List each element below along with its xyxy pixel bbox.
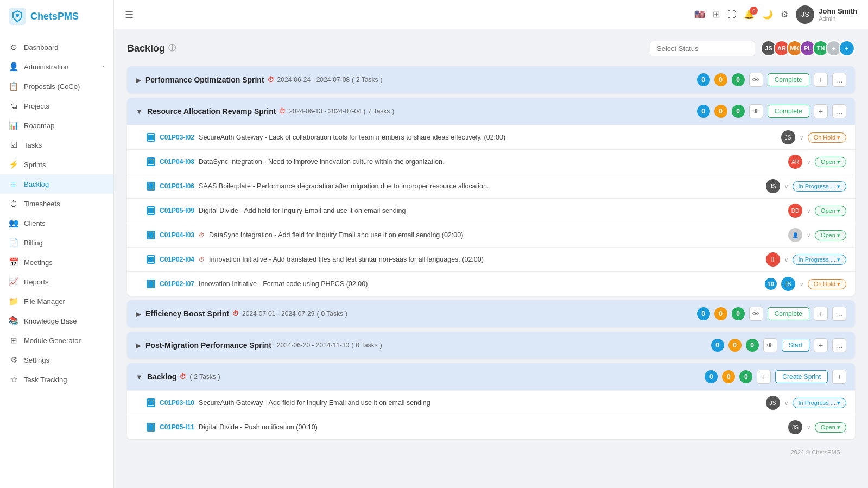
assignee-dropdown[interactable]: ∨ <box>807 424 810 430</box>
assignee-dropdown[interactable]: ∨ <box>784 257 788 263</box>
more-options-button-1[interactable]: … <box>832 73 846 87</box>
status-badge[interactable]: On Hold ▾ <box>808 132 846 143</box>
task-id[interactable]: C01P03-I02 <box>160 134 194 141</box>
status-badge[interactable]: In Progress ... ▾ <box>793 181 846 192</box>
task-checkbox[interactable] <box>147 231 155 239</box>
sprint-header-2[interactable]: ▼ Resource Allocation Revamp Sprint ⏱ 20… <box>127 98 855 125</box>
status-badge[interactable]: On Hold ▾ <box>808 279 846 289</box>
more-options-button-2[interactable]: … <box>832 104 846 118</box>
theme-icon[interactable]: 🌙 <box>762 9 773 20</box>
task-id[interactable]: C01P05-I11 <box>160 423 194 431</box>
add-task-button-2[interactable]: + <box>814 104 828 118</box>
sprint-chevron-1[interactable]: ▶ <box>136 76 141 84</box>
select-status-input[interactable] <box>650 41 755 56</box>
flag-icon[interactable]: 🇺🇸 <box>694 9 705 20</box>
task-id[interactable]: C01P04-I08 <box>160 158 194 166</box>
add-item-button-bs[interactable]: + <box>757 370 771 384</box>
status-badge[interactable]: In Progress ... ▾ <box>793 255 846 265</box>
task-avatar: AR <box>788 155 802 169</box>
sidebar-item-sprints[interactable]: ⚡ Sprints <box>0 155 113 174</box>
task-checkbox[interactable] <box>147 182 155 191</box>
sidebar-item-settings[interactable]: ⚙ Settings <box>0 350 113 370</box>
sidebar-item-tasks[interactable]: ☑ Tasks <box>0 135 113 155</box>
task-checkbox[interactable] <box>147 423 155 432</box>
user-info: JS John Smith Admin <box>796 5 857 24</box>
task-right: JS ∨ On Hold ▾ <box>781 130 846 144</box>
settings-icon[interactable]: ⚙ <box>781 9 788 20</box>
status-badge[interactable]: Open ▾ <box>815 422 846 433</box>
sprint-block-1: ▶ Performance Optimization Sprint ⏱ 2024… <box>127 66 855 93</box>
assignee-dropdown[interactable]: ∨ <box>800 281 803 287</box>
backlog-section-header[interactable]: ▼ Backlog ⏱ (2 Tasks) 0 0 0 + Create Spr… <box>127 363 855 390</box>
more-options-button-3[interactable]: … <box>832 307 846 321</box>
add-task-button-1[interactable]: + <box>814 73 828 87</box>
sidebar-item-file-manager[interactable]: 📁 File Manager <box>0 291 113 311</box>
assignee-dropdown[interactable]: ∨ <box>807 232 810 238</box>
sprint-header-1[interactable]: ▶ Performance Optimization Sprint ⏱ 2024… <box>127 66 855 93</box>
task-right: 10 JB ∨ On Hold ▾ <box>765 277 846 291</box>
backlog-section-name: Backlog ⏱ (2 Tasks) <box>147 372 705 381</box>
grid-icon[interactable]: ⊞ <box>713 9 720 20</box>
task-checkbox[interactable] <box>147 133 155 142</box>
task-id[interactable]: C01P01-I06 <box>160 182 194 190</box>
task-checkbox[interactable] <box>147 280 155 288</box>
task-id[interactable]: C01P02-I04 <box>160 256 194 263</box>
sprint-chevron-2[interactable]: ▼ <box>136 107 143 116</box>
fullscreen-icon[interactable]: ⛶ <box>727 10 736 20</box>
complete-button-2[interactable]: Complete <box>768 105 809 118</box>
sidebar-item-projects[interactable]: 🗂 Projects <box>0 96 113 116</box>
sprint-name-3: Efficiency Boost Sprint ⏱ 2024-07-01 - 2… <box>145 309 697 318</box>
task-id[interactable]: C01P03-I10 <box>160 399 194 407</box>
add-task-button-bs[interactable]: + <box>832 370 846 384</box>
assignee-dropdown[interactable]: ∨ <box>807 159 810 165</box>
status-badge[interactable]: Open ▾ <box>815 230 846 240</box>
add-task-button-4[interactable]: + <box>814 338 828 352</box>
sidebar-item-proposals[interactable]: 📋 Proposals (CoCo) <box>0 77 113 96</box>
complete-button-1[interactable]: Complete <box>768 73 809 86</box>
sidebar-item-roadmap[interactable]: 📊 Roadmap <box>0 116 113 135</box>
sidebar-item-module-generator[interactable]: ⊞ Module Generator <box>0 331 113 350</box>
start-button-4[interactable]: Start <box>782 339 809 352</box>
info-icon[interactable]: ⓘ <box>168 43 176 53</box>
hamburger-menu[interactable]: ☰ <box>125 9 134 21</box>
status-badge[interactable]: Open ▾ <box>815 206 846 216</box>
sidebar-item-billing[interactable]: 📄 Billing <box>0 233 113 252</box>
sprint-chevron-3[interactable]: ▶ <box>136 310 141 318</box>
status-badge[interactable]: Open ▾ <box>815 157 846 167</box>
notification-icon[interactable]: 🔔 0 <box>744 9 755 20</box>
create-sprint-button[interactable]: Create Sprint <box>775 370 828 383</box>
task-id[interactable]: C01P05-I09 <box>160 207 194 214</box>
sidebar-item-backlog[interactable]: ≡ Backlog <box>0 174 113 194</box>
task-checkbox[interactable] <box>147 255 155 264</box>
task-checkbox[interactable] <box>147 206 155 215</box>
task-id[interactable]: C01P02-I07 <box>160 280 194 288</box>
sidebar-item-meetings[interactable]: 📅 Meetings <box>0 252 113 272</box>
sprint-chevron-4[interactable]: ▶ <box>136 341 141 350</box>
eye-button-3[interactable]: 👁 <box>749 307 763 321</box>
sidebar-item-clients[interactable]: 👥 Clients <box>0 213 113 233</box>
sidebar-item-task-tracking[interactable]: ☆ Task Tracking <box>0 370 113 389</box>
sidebar-item-timesheets[interactable]: ⏱ Timesheets <box>0 194 113 213</box>
add-member-button[interactable]: + <box>839 40 855 56</box>
assignee-dropdown[interactable]: ∨ <box>807 208 810 214</box>
sidebar-item-administration[interactable]: 👤 Administration › <box>0 57 113 77</box>
sprint-header-4[interactable]: ▶ Post-Migration Performance Sprint 2024… <box>127 332 855 359</box>
eye-button-4[interactable]: 👁 <box>763 338 777 352</box>
eye-button-2[interactable]: 👁 <box>749 104 763 118</box>
status-badge[interactable]: In Progress ... ▾ <box>793 398 846 408</box>
sidebar-item-dashboard[interactable]: ⊙ Dashboard <box>0 37 113 57</box>
backlog-section-chevron[interactable]: ▼ <box>136 373 143 381</box>
assignee-dropdown[interactable]: ∨ <box>800 135 803 141</box>
eye-button-1[interactable]: 👁 <box>749 73 763 87</box>
sidebar-item-knowledge-base[interactable]: 📚 Knowledge Base <box>0 311 113 331</box>
task-checkbox[interactable] <box>147 398 155 407</box>
sidebar-item-reports[interactable]: 📈 Reports <box>0 272 113 291</box>
sprint-header-3[interactable]: ▶ Efficiency Boost Sprint ⏱ 2024-07-01 -… <box>127 300 855 327</box>
task-id[interactable]: C01P04-I03 <box>160 231 194 239</box>
assignee-dropdown[interactable]: ∨ <box>784 400 788 406</box>
add-task-button-3[interactable]: + <box>814 307 828 321</box>
task-checkbox[interactable] <box>147 157 155 166</box>
more-options-button-4[interactable]: … <box>832 338 846 352</box>
assignee-dropdown[interactable]: ∨ <box>784 183 788 189</box>
complete-button-3[interactable]: Complete <box>768 307 809 320</box>
